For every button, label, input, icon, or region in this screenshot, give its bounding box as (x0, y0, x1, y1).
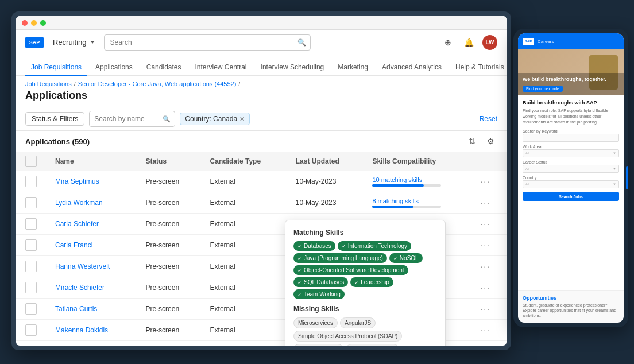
row-candidate-type: External (201, 256, 287, 277)
skills-link[interactable]: 8 matching skills (372, 198, 462, 204)
status-filter-button[interactable]: Status & Filters (25, 112, 84, 126)
tablet-hero-text: We build breakthroughs, together. (523, 76, 619, 83)
row-menu-button[interactable]: ··· (480, 241, 497, 250)
missing-skill-tag: AngularJS (340, 317, 376, 328)
applicant-name-link[interactable]: Hanna Westervelt (55, 262, 110, 270)
nav-item-candidates[interactable]: Candidates (141, 60, 187, 76)
search-icon[interactable]: 🔍 (297, 38, 306, 47)
breadcrumb-job-req[interactable]: Job Requisitions (25, 80, 72, 87)
row-candidate-type: External (201, 320, 287, 341)
skills-link[interactable]: 10 matching skills (372, 176, 462, 183)
row-checkbox[interactable] (25, 303, 37, 315)
tablet-find-btn[interactable]: Find your next role (523, 86, 563, 92)
settings-icon[interactable]: ⚙ (484, 134, 497, 148)
row-menu-button[interactable]: ··· (480, 283, 497, 292)
nav-item-interview-scheduling[interactable]: Interview Scheduling (255, 60, 330, 76)
tablet-career-status-row: Career Status All ▼ (523, 160, 619, 173)
matched-skill-tag: ✓Java (Programming Language) (293, 253, 387, 263)
tablet-sap-logo: SAP (523, 38, 534, 45)
nav-item-help[interactable]: Help & Tutorials (450, 60, 507, 76)
tablet-header: SAP Careers (518, 33, 624, 49)
tablet-country-row: Country All ▼ (523, 176, 619, 188)
row-checkbox[interactable] (25, 282, 37, 293)
close-dot[interactable] (22, 20, 28, 26)
col-name: Name (46, 152, 136, 171)
col-skills: Skills Compatibility (363, 152, 471, 171)
tablet-section-desc: Find your next role. SAP supports hybrid… (523, 108, 619, 125)
avatar[interactable]: LW (482, 35, 497, 50)
table-actions: ⇅ ⚙ (465, 134, 497, 148)
row-last-updated: 10-May-2023 (287, 171, 364, 192)
skills-compat-cell: 8 matching skills (372, 198, 462, 208)
applicant-name-link[interactable]: Makenna Dokidis (55, 326, 108, 334)
row-checkbox[interactable] (25, 176, 37, 187)
tablet-content: Build breakthroughs with SAP Find your n… (518, 95, 624, 290)
desktop-screen: SAP Recruiting 🔍 ⊕ 🔔 LW Job Requisitions (16, 16, 507, 346)
country-filter-close[interactable]: ✕ (239, 115, 245, 123)
tablet-search-field[interactable] (523, 134, 619, 142)
skills-popup: Matching Skills ✓Databases✓Information T… (285, 220, 446, 346)
tablet-search-row: Search by Keyword (523, 129, 619, 142)
globe-icon[interactable]: ⊕ (441, 36, 455, 49)
tablet-search-button[interactable]: Search Jobs (523, 192, 619, 201)
filter-bar: Status & Filters 🔍 Country: Canada ✕ Res… (16, 107, 507, 131)
missing-skill-tag: Microservices (293, 317, 338, 328)
row-checkbox[interactable] (25, 218, 37, 230)
row-menu-button[interactable]: ··· (480, 198, 497, 207)
product-name[interactable]: Recruiting (53, 38, 95, 47)
row-menu-button[interactable]: ··· (480, 177, 497, 186)
row-status: Pre-screen (136, 192, 200, 214)
matched-skill-tag: ✓Databases (293, 241, 335, 251)
row-status: Pre-screen (136, 320, 200, 341)
row-candidate-type: External (201, 192, 287, 214)
reset-button[interactable]: Reset (480, 115, 497, 123)
maximize-dot[interactable] (40, 20, 46, 26)
applicant-name-link[interactable]: Mira Septimus (55, 177, 99, 185)
tablet-career-status-select[interactable]: All ▼ (523, 165, 619, 173)
tablet-work-area-row: Work Area All ▼ (523, 145, 619, 157)
page-title-area: Applications (16, 88, 507, 107)
nav-item-advanced-analytics[interactable]: Advanced Analytics (376, 60, 447, 76)
matched-skill-tag: ✓Leadership (350, 277, 393, 287)
row-candidate-type: External (201, 235, 287, 256)
col-actions (471, 152, 507, 171)
select-all-checkbox[interactable] (25, 156, 37, 167)
row-checkbox[interactable] (25, 197, 37, 208)
nav-item-marketing[interactable]: Marketing (332, 60, 374, 76)
applicant-name-link[interactable]: Carla Franci (55, 241, 92, 249)
tablet-work-area-select[interactable]: All ▼ (523, 149, 619, 157)
sort-icon[interactable]: ⇅ (465, 134, 479, 148)
applicant-name-link[interactable]: Carla Schiefer (55, 220, 99, 228)
row-checkbox[interactable] (25, 261, 37, 272)
breadcrumb: Job Requisitions / Senior Developer - Co… (16, 76, 507, 88)
search-input[interactable] (104, 34, 311, 51)
applicant-name-link[interactable]: Tatiana Curtis (55, 305, 97, 313)
row-menu-button[interactable]: ··· (480, 219, 497, 229)
row-checkbox[interactable] (25, 239, 37, 251)
row-menu-button[interactable]: ··· (480, 304, 497, 313)
name-search-icon: 🔍 (163, 115, 171, 123)
row-checkbox[interactable] (25, 324, 37, 336)
nav-item-job-requisitions[interactable]: Job Requisitions (25, 60, 87, 76)
tablet-header-text: Careers (538, 39, 554, 44)
bell-icon[interactable]: 🔔 (462, 36, 476, 49)
missing-skill-tag: Positive Attitude (293, 344, 343, 346)
row-candidate-type: External (201, 299, 287, 320)
row-status: Pre-screen (136, 171, 200, 192)
matched-skill-tag: ✓Team Working (293, 289, 345, 299)
tablet-side-accent (626, 166, 628, 189)
header-icons: ⊕ 🔔 LW (441, 35, 497, 50)
col-candidate-type: Candidate Type (201, 152, 287, 171)
nav-item-applications[interactable]: Applications (90, 60, 138, 76)
tablet-country-select[interactable]: All ▼ (523, 180, 619, 188)
row-menu-button[interactable]: ··· (480, 262, 497, 271)
tablet-career-status-label: Career Status (523, 160, 619, 164)
applicant-name-link[interactable]: Miracle Schiefer (55, 284, 105, 292)
minimize-dot[interactable] (31, 20, 37, 26)
breadcrumb-job-title[interactable]: Senior Developer - Core Java, Web applic… (78, 80, 237, 87)
nav-item-interview-central[interactable]: Interview Central (190, 60, 253, 76)
applicant-name-link[interactable]: Lydia Workman (55, 199, 103, 207)
header-search[interactable]: 🔍 (104, 34, 311, 51)
row-menu-button[interactable]: ··· (480, 326, 497, 335)
nav-bar: Job Requisitions Applications Candidates… (16, 55, 507, 76)
